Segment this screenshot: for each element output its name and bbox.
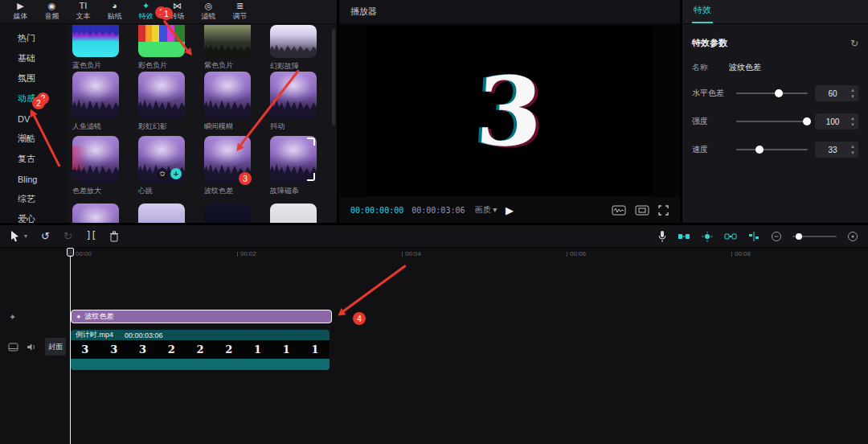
effect-thumbnail[interactable] (72, 136, 119, 183)
effect-label: 色差放大 (72, 186, 119, 196)
slider-handle[interactable] (775, 89, 783, 97)
library-tab[interactable]: TI 文本 (68, 0, 99, 23)
category-item[interactable]: 爱心 (0, 209, 68, 223)
effect-thumbnail[interactable] (72, 25, 119, 57)
video-clip[interactable]: 倒计时.mp4 00:00:03:06 333222111 (71, 330, 330, 370)
fullscreen-icon[interactable] (658, 205, 669, 216)
effect-item[interactable]: 故障磁条 (270, 136, 317, 204)
preview-axis-icon[interactable] (747, 231, 760, 242)
library-tab[interactable]: ▶ 媒体 (5, 0, 36, 23)
category-item[interactable]: 潮酷 (0, 129, 68, 149)
library-tab[interactable]: ◎ 滤镜 (193, 0, 224, 23)
effect-item[interactable]: 瞬间模糊 (204, 72, 251, 136)
inspector-tab-effects[interactable]: 特效 (692, 4, 713, 23)
param-value-box[interactable]: 100▲▼ (815, 113, 858, 130)
countdown-digit: 3 (473, 56, 545, 167)
playhead-handle[interactable] (67, 248, 74, 257)
effect-thumbnail[interactable] (138, 25, 185, 57)
crowd-silhouette (138, 157, 185, 183)
filmstrip-frame: 1 (272, 340, 301, 359)
ruler-timestamp: 00:02 (237, 250, 256, 257)
playhead-line[interactable] (70, 248, 71, 444)
stepper-arrows[interactable]: ▲▼ (850, 143, 855, 156)
auto-snap-icon[interactable] (701, 231, 714, 242)
effect-thumbnail[interactable] (270, 136, 317, 183)
mute-track-icon[interactable] (27, 343, 37, 352)
reset-params-icon[interactable]: ↻ (850, 38, 858, 49)
category-item[interactable]: 基础 (0, 48, 68, 68)
param-row: 水平色差 60▲▼ (692, 85, 858, 101)
effect-item[interactable]: 心跳 (138, 136, 185, 204)
record-voiceover-icon[interactable] (657, 230, 667, 243)
main-track-magnet-icon[interactable] (678, 231, 690, 242)
slider-handle[interactable] (803, 117, 811, 125)
param-value-box[interactable]: 60▲▼ (815, 85, 858, 101)
effect-thumbnail[interactable] (270, 25, 317, 58)
effect-item[interactable]: 幻彩故障 (270, 25, 317, 72)
effect-thumbnail[interactable] (72, 72, 119, 118)
stepper-arrows[interactable]: ▲▼ (850, 115, 855, 128)
effect-label: 蓝色负片 (72, 60, 119, 71)
effect-clip-label: 波纹色差 (85, 311, 114, 322)
video-track-icon[interactable] (8, 343, 18, 352)
waveform-preview-icon[interactable] (612, 205, 626, 216)
effect-item[interactable]: 色差放大 (72, 136, 119, 204)
param-slider[interactable] (736, 92, 808, 94)
library-tab-icon: ✦ (142, 2, 149, 10)
param-slider[interactable] (736, 149, 808, 150)
library-tab[interactable]: ◕ 贴纸 (99, 0, 130, 23)
undo-icon[interactable]: ↺ (41, 231, 50, 241)
effect-item[interactable]: 人鱼滤镜 (72, 72, 119, 136)
annotation-step-badge: 2 (32, 97, 45, 109)
timeline-zoom-slider[interactable] (792, 236, 837, 237)
quality-dropdown[interactable]: 画质 ▾ (474, 204, 497, 216)
play-button[interactable]: ▶ (506, 204, 514, 216)
effect-item[interactable] (270, 204, 317, 223)
delete-icon[interactable] (109, 231, 119, 242)
category-item[interactable]: 热门 (0, 28, 68, 48)
effect-label: 人鱼滤镜 (72, 121, 119, 132)
effect-thumbnail[interactable] (138, 204, 185, 223)
param-value-box[interactable]: 33▲▼ (815, 142, 858, 158)
split-clip-icon[interactable]: ][ (86, 231, 96, 241)
crowd-silhouette (138, 92, 185, 118)
effect-item[interactable]: 紫色负片 (204, 25, 251, 72)
effect-item[interactable] (72, 204, 119, 223)
zoom-slider-handle[interactable] (796, 233, 802, 240)
effect-name-label: 名称 (692, 62, 729, 73)
effect-thumbnail[interactable] (204, 72, 251, 118)
redo-icon[interactable]: ↻ (63, 231, 72, 241)
zoom-out-icon[interactable] (771, 231, 782, 242)
effect-item[interactable] (204, 204, 251, 223)
effect-item[interactable]: 彩色负片 (138, 25, 185, 72)
effect-item[interactable]: 彩虹幻影 (138, 72, 185, 136)
effect-thumbnail[interactable] (72, 204, 119, 223)
category-item[interactable]: 氛围 (0, 68, 68, 88)
stepper-arrows[interactable]: ▲▼ (850, 87, 855, 100)
select-tool-icon[interactable] (10, 230, 20, 242)
annotation-step-badge: 1 (160, 7, 173, 20)
effect-thumbnail[interactable] (204, 204, 251, 223)
effect-item[interactable]: 抖动 (270, 72, 317, 136)
fit-ratio-icon[interactable] (635, 205, 649, 216)
slider-handle[interactable] (755, 146, 764, 154)
effect-thumbnail[interactable] (270, 204, 317, 223)
locate-playhead-icon[interactable] (847, 231, 858, 242)
effect-thumbnail[interactable] (138, 72, 185, 118)
param-slider[interactable] (736, 121, 808, 122)
effect-item[interactable] (138, 204, 185, 223)
effect-clip[interactable]: ✦ 波纹色差 (71, 310, 332, 323)
effect-item[interactable]: 波纹色差 (204, 136, 251, 204)
effect-thumbnail[interactable] (204, 25, 251, 57)
select-tool-chevron-icon[interactable]: ▾ (24, 232, 27, 240)
category-item[interactable]: 综艺 (0, 189, 68, 209)
grid-scrollbar[interactable] (332, 29, 335, 125)
effect-thumbnail[interactable] (138, 136, 185, 183)
category-item[interactable]: Bling (0, 169, 68, 189)
library-tab-label: 文本 (76, 11, 91, 22)
cover-button[interactable]: 封面 (45, 338, 66, 356)
effect-item[interactable]: 蓝色负片 (72, 25, 119, 72)
linkage-icon[interactable] (724, 231, 737, 242)
library-tab[interactable]: ≣ 调节 (224, 0, 256, 23)
library-tab[interactable]: ◉ 音频 (36, 0, 68, 23)
